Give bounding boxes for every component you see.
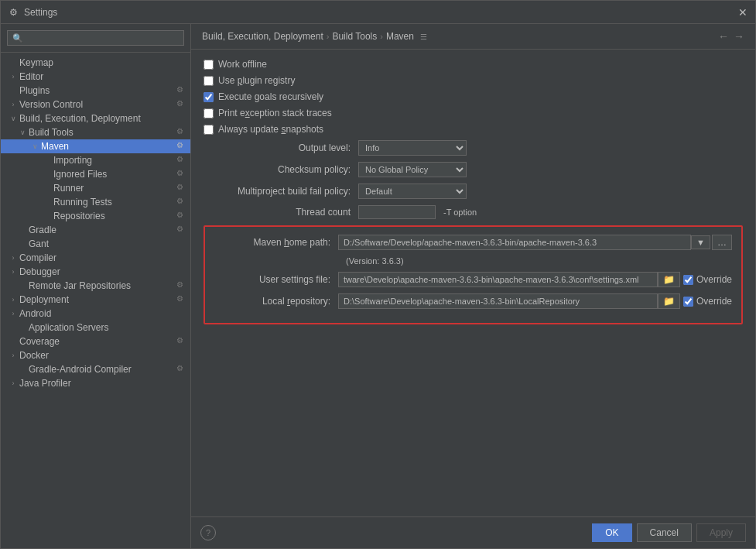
gear-icon: ⚙ xyxy=(176,225,187,235)
breadcrumb-nav: ← → xyxy=(718,30,744,43)
execute-goals-checkbox[interactable] xyxy=(204,92,214,102)
sidebar-item-keymap[interactable]: Keymap xyxy=(1,56,190,70)
gear-icon: ⚙ xyxy=(176,197,187,208)
local-repo-input[interactable] xyxy=(338,293,658,309)
content-area: Keymap › Editor Plugins ⚙ › Version Cont… xyxy=(1,24,755,548)
arrow-icon: ∨ xyxy=(29,142,41,150)
sidebar-item-version-control[interactable]: › Version Control ⚙ xyxy=(1,98,190,112)
search-input[interactable] xyxy=(7,30,184,46)
arrow-icon: › xyxy=(7,352,19,359)
nav-back-button[interactable]: ← xyxy=(718,30,729,43)
work-offline-checkbox[interactable] xyxy=(204,60,214,70)
thread-count-label: Thread count xyxy=(204,207,358,218)
arrow-icon: › xyxy=(7,379,19,387)
sidebar-item-gradle[interactable]: Gradle ⚙ xyxy=(1,223,190,237)
multiproject-label: Multiproject build fail policy: xyxy=(204,186,358,197)
execute-goals-row: Execute goals recursively xyxy=(204,91,743,102)
gear-icon: ⚙ xyxy=(176,364,187,375)
gear-icon: ⚙ xyxy=(176,127,187,138)
multiproject-row: Multiproject build fail policy: Default … xyxy=(204,184,743,199)
bottom-actions: OK Cancel Apply xyxy=(592,523,746,542)
maven-home-dropdown-button[interactable]: ▼ xyxy=(691,235,710,249)
always-update-label: Always update snapshots xyxy=(218,124,323,135)
help-button[interactable]: ? xyxy=(200,525,216,540)
arrow-icon: › xyxy=(7,268,19,276)
settings-panel: Work offline Use plugin registry Execute… xyxy=(191,50,755,516)
local-repo-browse-button[interactable]: 📁 xyxy=(658,293,680,309)
maven-home-label: Maven home path: xyxy=(214,237,338,248)
maven-home-browse-button[interactable]: … xyxy=(712,235,732,250)
sidebar-item-build-tools[interactable]: ∨ Build Tools ⚙ xyxy=(1,125,190,139)
sidebar-item-compiler[interactable]: › Compiler xyxy=(1,251,190,265)
arrow-icon: ∨ xyxy=(16,129,29,136)
gear-icon: ⚙ xyxy=(176,99,187,110)
title-bar: ⚙ Settings ✕ xyxy=(1,1,755,24)
local-repo-override-checkbox[interactable] xyxy=(683,297,693,307)
local-repo-row: Local repository: 📁 Override xyxy=(214,293,732,309)
sidebar-item-remote-jar[interactable]: Remote Jar Repositories ⚙ xyxy=(1,279,190,293)
checksum-policy-select[interactable]: No Global Policy Fail Warn Ignore xyxy=(358,162,467,177)
use-plugin-registry-checkbox[interactable] xyxy=(204,76,214,86)
output-level-select[interactable]: Info Debug Quiet xyxy=(358,140,467,156)
sidebar-item-importing[interactable]: Importing ⚙ xyxy=(1,153,190,167)
checksum-policy-label: Checksum policy: xyxy=(204,164,358,175)
nav-forward-button[interactable]: → xyxy=(734,30,744,43)
gear-icon: ⚙ xyxy=(176,169,187,180)
user-settings-label: User settings file: xyxy=(214,274,338,285)
bottom-bar: ? OK Cancel Apply xyxy=(191,516,755,548)
breadcrumb-sep2: › xyxy=(380,32,383,41)
sidebar-item-ignored-files[interactable]: Ignored Files ⚙ xyxy=(1,167,190,181)
window-title: Settings xyxy=(24,7,737,18)
work-offline-row: Work offline xyxy=(204,59,743,70)
sidebar-item-running-tests[interactable]: Running Tests ⚙ xyxy=(1,195,190,209)
sidebar-item-coverage[interactable]: Coverage ⚙ xyxy=(1,335,190,348)
apply-button[interactable]: Apply xyxy=(696,523,746,542)
sidebar-item-gant[interactable]: Gant xyxy=(1,237,190,251)
execute-goals-label: Execute goals recursively xyxy=(218,91,323,102)
sidebar-item-maven[interactable]: ∨ Maven ⚙ xyxy=(1,139,190,153)
thread-count-input[interactable] xyxy=(358,205,436,219)
multiproject-control: Default Fail at End Never Fail xyxy=(358,184,467,199)
breadcrumb: Build, Execution, Deployment › Build Too… xyxy=(191,24,755,50)
sidebar-item-android[interactable]: › Android xyxy=(1,307,190,321)
breadcrumb-sep1: › xyxy=(327,32,330,41)
sidebar-item-gradle-android[interactable]: Gradle-Android Compiler ⚙ xyxy=(1,362,190,376)
output-level-row: Output level: Info Debug Quiet xyxy=(204,140,743,156)
user-settings-override-control: Override xyxy=(683,274,732,285)
user-settings-browse-button[interactable]: 📁 xyxy=(658,272,680,287)
maven-home-input[interactable] xyxy=(338,235,691,250)
use-plugin-registry-label: Use plugin registry xyxy=(218,75,295,86)
sidebar-item-application-servers[interactable]: Application Servers xyxy=(1,321,190,335)
always-update-row: Always update snapshots xyxy=(204,124,743,135)
print-exception-label: Print exception stack traces xyxy=(218,108,332,118)
sidebar-item-java-profiler[interactable]: › Java Profiler xyxy=(1,376,190,390)
sidebar-item-runner[interactable]: Runner ⚙ xyxy=(1,181,190,195)
always-update-checkbox[interactable] xyxy=(204,125,214,135)
search-box xyxy=(1,24,190,53)
gear-icon: ⚙ xyxy=(176,183,187,194)
gear-icon: ⚙ xyxy=(176,85,187,96)
sidebar-item-build-execution[interactable]: ∨ Build, Execution, Deployment xyxy=(1,112,190,125)
thread-count-control: -T option xyxy=(358,205,477,219)
output-level-control: Info Debug Quiet xyxy=(358,140,467,156)
breadcrumb-maven: Maven xyxy=(386,31,414,42)
sidebar-item-plugins[interactable]: Plugins ⚙ xyxy=(1,84,190,98)
sidebar-item-docker[interactable]: › Docker xyxy=(1,348,190,362)
multiproject-select[interactable]: Default Fail at End Never Fail xyxy=(358,184,467,199)
sidebar-item-editor[interactable]: › Editor xyxy=(1,70,190,84)
t-option-label: -T option xyxy=(443,208,477,217)
user-settings-override-checkbox[interactable] xyxy=(683,275,693,285)
arrow-icon: › xyxy=(7,296,19,304)
use-plugin-registry-row: Use plugin registry xyxy=(204,75,743,86)
user-settings-input[interactable] xyxy=(338,272,658,287)
sidebar-item-deployment[interactable]: › Deployment ⚙ xyxy=(1,293,190,307)
cancel-button[interactable]: Cancel xyxy=(637,523,692,542)
arrow-icon: › xyxy=(7,73,19,81)
sidebar-item-debugger[interactable]: › Debugger xyxy=(1,265,190,279)
local-repo-label: Local repository: xyxy=(214,296,338,307)
print-exception-checkbox[interactable] xyxy=(204,108,214,118)
work-offline-label: Work offline xyxy=(218,59,267,70)
ok-button[interactable]: OK xyxy=(592,523,631,542)
close-button[interactable]: ✕ xyxy=(737,6,749,19)
sidebar-item-repositories[interactable]: Repositories ⚙ xyxy=(1,209,190,223)
